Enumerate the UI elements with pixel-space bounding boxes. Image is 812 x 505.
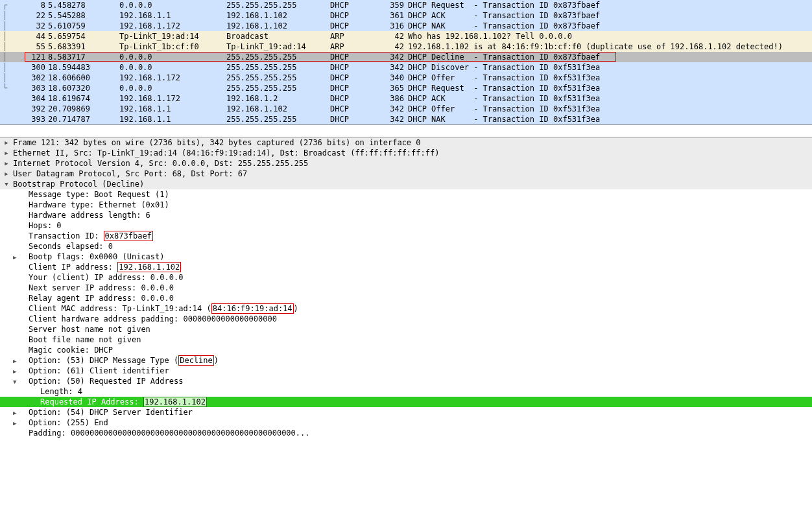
col-length: 359 xyxy=(382,0,408,10)
bootp-opt50-reqip[interactable]: Requested IP Address: 192.168.1.102 xyxy=(0,397,812,407)
detail-bootp[interactable]: Bootstrap Protocol (Decline) xyxy=(0,179,812,189)
packet-detail[interactable]: Frame 121: 342 bytes on wire (2736 bits)… xyxy=(0,137,812,438)
bootp-opt50[interactable]: Option: (50) Requested IP Address xyxy=(0,376,812,386)
packet-row[interactable]: 39220.709869192.168.1.1192.168.1.102DHCP… xyxy=(0,104,812,114)
mac-value: 84:16:f9:19:ad:14 xyxy=(211,303,294,314)
tree-guide-icon: │ xyxy=(3,10,16,21)
tree-guide-icon: │ xyxy=(3,41,16,52)
bootp-relay-ip[interactable]: Relay agent IP address: 0.0.0.0 xyxy=(0,293,812,303)
col-protocol: DHCP xyxy=(330,73,382,83)
col-time: 5.683391 xyxy=(48,41,119,52)
col-info: DHCP Decline - Transaction ID 0x873fbaef xyxy=(408,52,812,62)
bootp-opt54[interactable]: Option: (54) DHCP Server Identifier xyxy=(0,407,812,417)
expand-icon[interactable] xyxy=(13,252,29,263)
expand-icon[interactable] xyxy=(13,366,29,377)
mac-label: Client MAC address: Tp-LinkT_19:ad:14 ( xyxy=(29,304,211,313)
packet-row[interactable]: ┌85.4582780.0.0.0255.255.255.255DHCP359D… xyxy=(0,0,812,10)
col-destination: 255.255.255.255 xyxy=(226,114,330,124)
tid-value: 0x873fbaef xyxy=(104,231,153,241)
col-number: 55 xyxy=(16,41,48,52)
col-destination: 192.168.1.2 xyxy=(226,93,330,104)
expand-icon[interactable] xyxy=(13,407,29,418)
packet-row[interactable]: 39320.714787192.168.1.1255.255.255.255DH… xyxy=(0,114,812,124)
col-protocol: DHCP xyxy=(330,114,382,124)
bootp-cookie[interactable]: Magic cookie: DHCP xyxy=(0,345,812,355)
col-source: 192.168.1.172 xyxy=(119,21,226,31)
bootp-client-mac[interactable]: Client MAC address: Tp-LinkT_19:ad:14 (8… xyxy=(0,303,812,314)
bootp-chpad[interactable]: Client hardware address padding: 0000000… xyxy=(0,314,812,324)
bootp-opt61[interactable]: Option: (61) Client identifier xyxy=(0,366,812,376)
bootp-msgtype[interactable]: Message type: Boot Request (1) xyxy=(0,189,812,200)
col-length: 342 xyxy=(382,104,408,114)
col-time: 8.583717 xyxy=(48,52,119,62)
col-length: 42 xyxy=(382,41,408,52)
packet-row[interactable]: │30218.606600192.168.1.172255.255.255.25… xyxy=(0,73,812,83)
bootp-next-server-ip[interactable]: Next server IP address: 0.0.0.0 xyxy=(0,283,812,293)
packet-row[interactable]: │445.659754Tp-LinkT_19:ad:14BroadcastARP… xyxy=(0,31,812,41)
bootp-hops[interactable]: Hops: 0 xyxy=(0,220,812,231)
col-info: DHCP Request - Transaction ID 0x873fbaef xyxy=(408,0,812,10)
expand-icon[interactable] xyxy=(13,417,29,429)
bootp-bfile[interactable]: Boot file name not given xyxy=(0,335,812,345)
collapse-icon[interactable] xyxy=(13,376,29,387)
expand-icon[interactable] xyxy=(0,148,13,158)
col-protocol: DHCP xyxy=(330,104,382,114)
col-info: DHCP ACK - Transaction ID 0x873fbaef xyxy=(408,10,812,21)
col-length: 316 xyxy=(382,21,408,31)
col-number: 44 xyxy=(16,31,48,41)
col-source: 192.168.1.172 xyxy=(119,93,226,104)
col-time: 5.659754 xyxy=(48,31,119,41)
packet-row[interactable]: │1218.5837170.0.0.0255.255.255.255DHCP34… xyxy=(0,52,812,62)
packet-row[interactable]: └30318.6073200.0.0.0255.255.255.255DHCP3… xyxy=(0,83,812,93)
col-source: 0.0.0.0 xyxy=(119,83,226,93)
detail-ethernet[interactable]: Ethernet II, Src: Tp-LinkT_19:ad:14 (84:… xyxy=(0,148,812,158)
col-number: 302 xyxy=(16,73,48,83)
bootp-transaction-id[interactable]: Transaction ID: 0x873fbaef xyxy=(0,231,812,241)
col-protocol: DHCP xyxy=(330,83,382,93)
req-ip-value: 192.168.1.102 xyxy=(143,397,207,407)
col-protocol: DHCP xyxy=(330,93,382,104)
col-number: 121 xyxy=(16,52,48,62)
col-time: 18.607320 xyxy=(48,83,119,93)
bootp-opt255[interactable]: Option: (255) End xyxy=(0,417,812,428)
tree-guide-icon xyxy=(3,104,16,114)
col-time: 5.458278 xyxy=(48,0,119,10)
col-number: 22 xyxy=(16,10,48,21)
collapse-icon[interactable] xyxy=(0,179,13,189)
detail-eth-text: Ethernet II, Src: Tp-LinkT_19:ad:14 (84:… xyxy=(13,148,812,158)
tid-label: Transaction ID: xyxy=(29,231,104,241)
expand-icon[interactable] xyxy=(0,158,13,169)
bootp-flags[interactable]: Bootp flags: 0x0000 (Unicast) xyxy=(0,252,812,262)
packet-row[interactable]: │30018.5944830.0.0.0255.255.255.255DHCP3… xyxy=(0,62,812,73)
bootp-hwlen[interactable]: Hardware address length: 6 xyxy=(0,210,812,220)
col-length: 365 xyxy=(382,83,408,93)
packet-row[interactable]: 30418.619674192.168.1.172192.168.1.2DHCP… xyxy=(0,93,812,104)
packet-list[interactable]: ┌85.4582780.0.0.0255.255.255.255DHCP359D… xyxy=(0,0,812,125)
bootp-secs[interactable]: Seconds elapsed: 0 xyxy=(0,241,812,252)
expand-icon[interactable] xyxy=(13,355,29,366)
tree-guide-icon: │ xyxy=(3,31,16,41)
bootp-sname[interactable]: Server host name not given xyxy=(0,324,812,335)
packet-row[interactable]: │325.610759192.168.1.172192.168.1.102DHC… xyxy=(0,21,812,31)
bootp-hwtype[interactable]: Hardware type: Ethernet (0x01) xyxy=(0,200,812,210)
packet-row[interactable]: │225.545288192.168.1.1192.168.1.102DHCP3… xyxy=(0,10,812,21)
col-info: DHCP Request - Transaction ID 0xf531f3ea xyxy=(408,83,812,93)
col-number: 393 xyxy=(16,114,48,124)
bootp-client-ip[interactable]: Client IP address: 192.168.1.102 xyxy=(0,262,812,272)
bootp-padding[interactable]: Padding: 0000000000000000000000000000000… xyxy=(0,428,812,438)
packet-row[interactable]: │555.683391Tp-LinkT_1b:cf:f0Tp-LinkT_19:… xyxy=(0,41,812,52)
detail-udp-text: User Datagram Protocol, Src Port: 68, Ds… xyxy=(13,169,812,179)
col-time: 20.714787 xyxy=(48,114,119,124)
expand-icon[interactable] xyxy=(0,169,13,179)
detail-frame[interactable]: Frame 121: 342 bytes on wire (2736 bits)… xyxy=(0,137,812,148)
detail-ipv4[interactable]: Internet Protocol Version 4, Src: 0.0.0.… xyxy=(0,158,812,169)
detail-udp[interactable]: User Datagram Protocol, Src Port: 68, Ds… xyxy=(0,169,812,179)
col-info: DHCP Offer - Transaction ID 0xf531f3ea xyxy=(408,73,812,83)
bootp-your-ip[interactable]: Your (client) IP address: 0.0.0.0 xyxy=(0,272,812,283)
tree-guide-icon: │ xyxy=(3,52,16,62)
expand-icon[interactable] xyxy=(0,137,13,148)
opt53-value: Decline xyxy=(178,355,214,366)
bootp-opt53[interactable]: Option: (53) DHCP Message Type (Decline) xyxy=(0,355,812,366)
col-destination: 255.255.255.255 xyxy=(226,73,330,83)
bootp-opt50-len[interactable]: Length: 4 xyxy=(0,386,812,397)
